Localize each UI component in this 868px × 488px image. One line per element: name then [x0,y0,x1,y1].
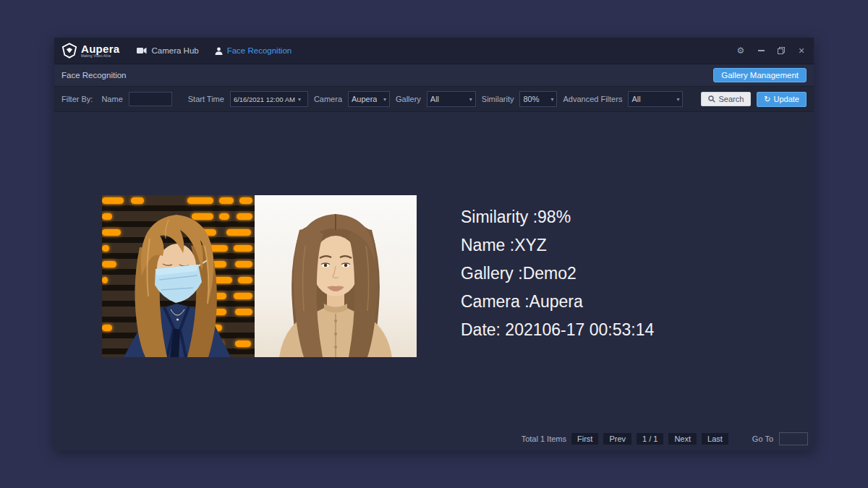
camera-value: Aupera [352,95,377,103]
filter-bar: Filter By: Name Start Time 6/16/2021 12:… [54,87,814,112]
page-title: Face Recognition [61,71,127,80]
update-button[interactable]: ↻ Update [757,92,807,107]
nav-label: Camera Hub [151,46,198,55]
nav-item-face-recognition[interactable]: Face Recognition [215,46,292,55]
similarity-label: Similarity [482,95,514,103]
start-time-select[interactable]: 6/16/2021 12:00 AM ▾ [230,91,308,107]
advanced-filters-select[interactable]: All ▾ [628,91,683,107]
result-line-gallery: Gallery :Demo2 [461,260,654,288]
title-bar: Aupera Making Video Alive Camera Hub Fac… [54,38,814,64]
camera-select[interactable]: Aupera ▾ [348,91,390,107]
similarity-value: 80% [523,95,539,103]
chevron-down-icon: ▾ [469,96,472,103]
goto-label: Go To [752,435,773,443]
camera-icon [137,47,147,54]
gallery-label: Gallery [396,95,421,103]
chevron-down-icon: ▾ [383,96,386,103]
name-input[interactable] [129,92,172,106]
start-time-value: 6/16/2021 12:00 AM [234,95,295,103]
nav-label: Face Recognition [227,46,292,55]
brand-tagline: Making Video Alive [81,55,119,59]
probe-photo [102,195,255,357]
filter-by-label: Filter By: [61,95,93,103]
search-icon [708,95,715,103]
results-area: Similarity :98% Name :XYZ Gallery :Demo2… [54,112,814,450]
app-window: Aupera Making Video Alive Camera Hub Fac… [54,38,814,450]
pagination-bar: Total 1 Items First Prev 1 / 1 Next Last… [522,432,808,445]
gallery-select[interactable]: All ▾ [427,91,476,107]
name-label: Name [101,95,122,103]
person-icon [215,47,223,55]
first-page-button[interactable]: First [571,433,598,445]
result-line-date: Date: 202106-17 00:53:14 [461,316,654,344]
next-page-button[interactable]: Next [668,433,697,445]
search-label: Search [718,95,744,103]
goto-input[interactable] [779,432,808,445]
chevron-down-icon: ▾ [550,96,553,103]
nav-item-camera-hub[interactable]: Camera Hub [137,46,198,55]
advanced-filters-label: Advanced Filters [563,95,622,103]
gallery-management-button[interactable]: Gallery Management [713,68,807,82]
result-line-similarity: Similarity :98% [461,203,654,231]
refresh-icon: ↻ [764,95,770,104]
pagination-total: Total 1 Items [522,435,566,443]
window-controls: ⚙ × [736,46,807,56]
chevron-down-icon: ▾ [676,96,679,103]
gallery-value: All [430,95,439,103]
close-button[interactable]: × [796,46,807,56]
aupera-logo: Aupera Making Video Alive [61,43,119,59]
update-label: Update [774,95,799,103]
match-details: Similarity :98% Name :XYZ Gallery :Demo2… [461,203,654,344]
result-line-camera: Camera :Aupera [461,288,654,316]
brand-name: Aupera [81,43,119,54]
minimize-button[interactable] [756,46,766,56]
restore-button[interactable] [776,46,786,56]
gear-icon[interactable]: ⚙ [736,46,746,56]
advanced-filters-value: All [631,95,640,103]
chevron-down-icon: ▾ [298,96,301,103]
match-photo [255,195,417,357]
camera-label: Camera [314,95,342,103]
toolbar: Face Recognition Gallery Management [54,64,814,87]
main-nav: Camera Hub Face Recognition [137,46,292,55]
similarity-select[interactable]: 80% ▾ [519,91,557,107]
start-time-label: Start Time [188,95,224,103]
search-button[interactable]: Search [701,92,751,106]
result-line-name: Name :XYZ [461,231,654,260]
aupera-logo-icon [61,43,77,59]
prev-page-button[interactable]: Prev [603,433,631,445]
last-page-button[interactable]: Last [702,433,728,445]
page-indicator: 1 / 1 [637,433,663,445]
